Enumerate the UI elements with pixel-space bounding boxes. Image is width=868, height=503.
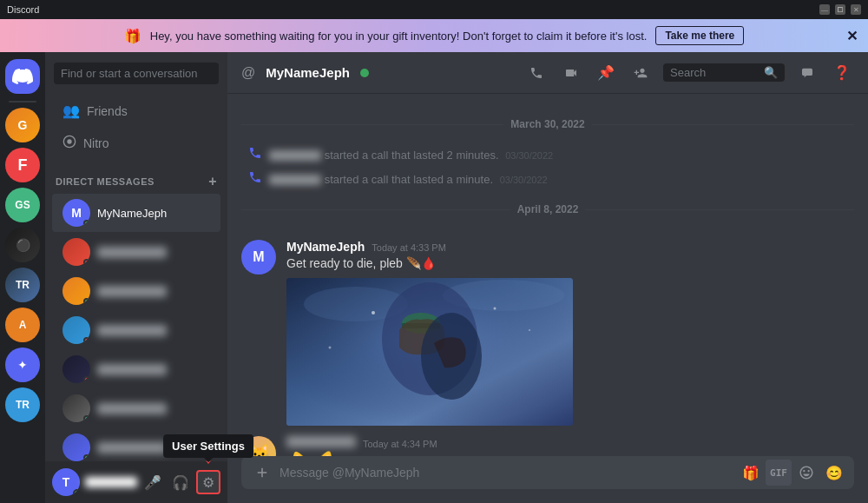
server-icon-6[interactable]: A [5,308,40,342]
dm-search-bar [45,52,227,95]
svg-point-1 [67,139,71,143]
nitro-label: Nitro [83,136,109,150]
call-icon-button[interactable] [524,61,549,85]
pin-icon-button[interactable]: 📌 [594,61,618,85]
system-message-text-2: started a call that lasted a minute. 03/… [269,173,548,186]
gif-button[interactable]: GIF [766,460,792,486]
server-separator [9,101,36,103]
friends-nav-item[interactable]: 👥 Friends [52,96,220,126]
minimize-btn[interactable]: — [819,4,830,15]
call-system-icon-1 [248,146,262,163]
close-btn[interactable]: ✕ [851,4,861,15]
mute-microphone-button[interactable]: 🎤 [141,470,165,494]
server-sidebar: G F GS ⚫ TR A ✦ TR [0,52,45,503]
message-timestamp-1: Today at 4:33 PM [372,242,446,253]
maximize-btn[interactable]: ⧠ [835,4,845,15]
message-username-1: MyNameJeph [286,240,365,254]
dm-name-3 [97,286,167,297]
status-online-dot-7 [83,454,90,461]
date-divider-march: March 30, 2022 [241,118,854,130]
sticker-button[interactable] [793,460,819,486]
system-message-2: started a call that lasted a minute. 03/… [248,169,854,189]
message-header-1: MyNameJeph Today at 4:33 PM [286,240,854,254]
channel-at-icon: @ [241,65,255,81]
message-text-input[interactable] [279,456,734,489]
message-header-2: Today at 4:34 PM [286,436,854,449]
search-magnifier-icon: 🔍 [764,66,778,79]
status-dnd-dot-2 [83,259,90,266]
discord-home-button[interactable] [5,59,40,94]
system-username-blur-2 [269,175,321,185]
dm-item-4[interactable] [52,311,220,349]
user-name-info [85,477,137,487]
deafen-headset-button[interactable]: 🎧 [168,470,193,494]
dm-avatar-4 [62,316,90,344]
header-search-bar: 🔍 [663,63,785,82]
window-controls[interactable]: — ⧠ ✕ [819,4,861,15]
dm-search-input[interactable] [54,63,219,84]
status-online-dot-3 [83,298,90,305]
inbox-icon-button[interactable] [795,61,819,85]
server-icon-4[interactable]: ⚫ [5,228,40,262]
gift-button[interactable]: 🎁 [738,460,764,486]
call-system-icon-2 [248,170,262,188]
friends-label: Friends [87,104,128,118]
dm-name-2 [97,247,167,258]
message-input-area: 🎁 GIF 😊 [227,456,868,503]
add-friend-icon-button[interactable] [628,61,653,85]
server-icon-3[interactable]: GS [5,188,40,222]
svg-point-13 [329,346,332,348]
system-message-text-1: started a call that lasted 2 minutes. 03… [269,149,553,162]
settings-tooltip-wrapper: User Settings ⚙ ↓ [196,470,220,494]
dm-item-3[interactable] [52,272,220,310]
message-input-right-buttons: 🎁 GIF 😊 [738,460,847,486]
main-layout: G F GS ⚫ TR A ✦ TR 👥 Friends [0,52,868,503]
server-icon-1[interactable]: G [5,108,40,142]
add-file-button[interactable] [248,459,276,486]
dm-item-mynameJeph[interactable]: M MyNameJeph [52,194,220,232]
user-controls: 🎤 🎧 User Settings ⚙ ↓ [141,470,220,494]
divider-line-left-2 [241,209,510,210]
dm-item-5[interactable] [52,350,220,388]
dm-avatar-6 [62,394,90,422]
user-bar: T 🎤 🎧 User Settings ⚙ ↓ [45,461,227,503]
nitro-nav-item[interactable]: Nitro [52,128,220,159]
banner-close-button[interactable]: ✕ [846,28,858,44]
app-title: Discord [7,4,39,15]
friends-icon: 👥 [62,103,80,119]
server-icon-7[interactable]: ✦ [5,347,40,382]
user-settings-button[interactable]: ⚙ [196,470,220,494]
messages-area: March 30, 2022 started a call that laste… [227,94,868,456]
server-icon-5[interactable]: TR [5,268,40,302]
video-call-icon-button[interactable] [559,61,583,85]
user-info: T [52,468,137,496]
dm-section-title: DIRECT MESSAGES [56,176,155,187]
dm-name-mynameJeph: MyNameJeph [97,207,167,220]
dm-avatar-7 [62,434,90,461]
svg-point-12 [529,329,530,331]
status-dnd-dot-5 [83,376,90,383]
dm-item-6[interactable] [52,389,220,427]
dm-item-2[interactable] [52,233,220,271]
help-icon-button[interactable]: ❓ [830,61,854,85]
emoji-button[interactable]: 😊 [821,460,847,486]
system-text-content-2: started a call that lasted a minute. [325,173,493,186]
nitro-icon [62,135,76,152]
message-group-2: 🐱 Today at 4:34 PM 🐱 [241,436,854,456]
user-display-name [85,477,137,487]
header-search-input[interactable] [670,66,759,79]
server-icon-2[interactable]: F [5,148,40,182]
server-icon-8[interactable]: TR [5,387,40,422]
dm-add-button[interactable]: + [208,174,217,189]
title-bar: Discord — ⧠ ✕ [0,0,868,19]
message-input-bar: 🎁 GIF 😊 [241,456,854,489]
user-avatar: T [52,468,80,496]
dm-item-7[interactable] [52,428,220,461]
svg-point-10 [372,311,375,314]
take-me-there-button[interactable]: Take me there [655,26,744,45]
message-text-1: Get ready to die, pleb 🪶🩸 [286,255,854,273]
message-group-1: M MyNameJeph Today at 4:33 PM Get ready … [241,240,854,426]
dm-name-7 [97,442,167,453]
divider-line-right [592,124,854,125]
main-content: @ MyNameJeph 📌 🔍 ❓ [227,52,868,503]
